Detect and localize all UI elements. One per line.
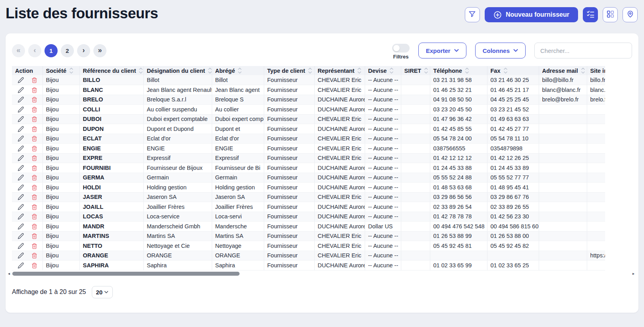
column-header-designation-du-client[interactable]: Désignation du client (143, 66, 212, 75)
pencil-icon[interactable] (17, 165, 24, 171)
sort-icon[interactable] (308, 68, 312, 74)
trash-icon[interactable] (31, 252, 37, 259)
trash-icon[interactable] (31, 96, 37, 103)
trash-icon[interactable] (31, 262, 37, 269)
cell-designation: Billot (143, 75, 212, 85)
pencil-icon[interactable] (17, 145, 24, 152)
cell-email (539, 261, 587, 271)
pencil-icon[interactable] (17, 204, 24, 210)
sort-icon[interactable] (358, 68, 361, 74)
column-header-societe[interactable]: Société (43, 66, 79, 75)
first-page-button[interactable]: « (12, 44, 25, 57)
last-page-button[interactable]: » (93, 44, 106, 57)
sort-icon[interactable] (70, 68, 73, 74)
pencil-icon[interactable] (17, 213, 24, 220)
trash-icon[interactable] (31, 126, 37, 132)
sort-icon[interactable] (465, 68, 469, 74)
new-supplier-button[interactable]: Nouveau fournisseur (485, 7, 578, 22)
trash-icon[interactable] (31, 184, 37, 191)
pencil-icon[interactable] (17, 194, 24, 200)
column-header-siret[interactable]: SIRET (401, 66, 430, 75)
column-header-type-de-client[interactable]: Type de client (264, 66, 314, 75)
page-button-1[interactable]: 1 (44, 44, 58, 57)
page-size-select[interactable]: 20 (92, 286, 113, 298)
sort-icon[interactable] (238, 68, 242, 74)
scroll-left-icon[interactable]: ◂ (8, 272, 10, 276)
column-header-representant[interactable]: Représentant (314, 66, 365, 75)
cell-telephone: 01 48 53 63 68 (430, 183, 487, 193)
column-header-telephone[interactable]: Téléphone (430, 66, 487, 75)
pencil-icon[interactable] (17, 77, 24, 84)
pencil-icon[interactable] (17, 106, 24, 113)
trash-icon[interactable] (31, 194, 37, 200)
pencil-icon[interactable] (17, 174, 24, 181)
sort-icon[interactable] (581, 68, 585, 74)
pencil-icon[interactable] (17, 116, 24, 123)
sort-icon[interactable] (208, 68, 212, 74)
pencil-icon[interactable] (17, 135, 24, 142)
cell-action (12, 114, 43, 124)
filter-button[interactable] (465, 7, 480, 22)
list-view-button[interactable] (583, 7, 598, 22)
cell-reference: EXPRE (79, 153, 143, 163)
trash-icon[interactable] (31, 204, 37, 210)
column-header-devise[interactable]: Devise (365, 66, 401, 75)
trash-icon[interactable] (31, 243, 37, 249)
prev-page-icon: ‹ (34, 47, 36, 54)
pencil-icon[interactable] (17, 87, 24, 93)
pencil-icon[interactable] (17, 96, 24, 103)
pencil-icon[interactable] (17, 252, 24, 259)
prev-page-button[interactable]: ‹ (28, 44, 41, 57)
trash-icon[interactable] (31, 145, 37, 152)
cell-type: Fournisseur (264, 183, 314, 193)
column-header-abrege[interactable]: Abrégé (212, 66, 264, 75)
filters-toggle[interactable] (392, 44, 410, 53)
pencil-icon[interactable] (17, 126, 24, 132)
sort-icon[interactable] (504, 68, 507, 74)
trash-icon[interactable] (31, 213, 37, 220)
scroll-right-icon[interactable]: ▸ (632, 272, 634, 276)
pencil-icon[interactable] (17, 262, 24, 269)
scrollbar-thumb[interactable] (12, 272, 240, 276)
search-input[interactable] (534, 43, 632, 58)
horizontal-scrollbar[interactable]: ◂ ▸ (8, 271, 634, 276)
cell-type: Fournisseur (264, 134, 314, 144)
cell-fax: 00 494 586 815 60 (487, 222, 539, 232)
trash-icon[interactable] (31, 135, 37, 142)
trash-icon[interactable] (31, 87, 37, 93)
trash-icon[interactable] (31, 155, 37, 162)
page-button-2[interactable]: 2 (61, 44, 74, 57)
sort-icon[interactable] (390, 68, 393, 74)
pencil-icon[interactable] (17, 155, 24, 162)
trash-icon[interactable] (31, 233, 37, 239)
pencil-icon[interactable] (17, 243, 24, 249)
trash-icon[interactable] (31, 165, 37, 171)
cell-representant: DUCHAINE Aurore (314, 261, 365, 271)
suppliers-table: ActionSociétéRéférence du clientDésignat… (12, 66, 605, 271)
sort-icon[interactable] (139, 68, 143, 74)
column-header-adresse-mail[interactable]: Adresse mail (539, 66, 587, 75)
cell-devise: -- Aucune -- (365, 231, 401, 241)
trash-icon[interactable] (31, 77, 37, 84)
next-page-button[interactable]: › (77, 44, 90, 57)
cell-siret (401, 173, 430, 183)
cell-societe: Bijou (43, 153, 79, 163)
map-view-button[interactable] (623, 7, 638, 22)
cell-abrege: Expressif (212, 153, 264, 163)
pencil-icon[interactable] (17, 233, 24, 239)
scrollbar-track[interactable] (12, 272, 631, 276)
column-header-reference-du-client[interactable]: Référence du client (79, 66, 143, 75)
pencil-icon[interactable] (17, 184, 24, 191)
column-header-site-internet[interactable]: Site internet (587, 66, 605, 75)
cell-telephone: 04 91 08 50 50 (430, 95, 487, 105)
pencil-icon[interactable] (17, 223, 24, 230)
export-button[interactable]: Exporter (418, 43, 466, 58)
column-header-fax[interactable]: Fax (487, 66, 539, 75)
trash-icon[interactable] (31, 116, 37, 123)
trash-icon[interactable] (31, 223, 37, 230)
trash-icon[interactable] (31, 174, 37, 181)
trash-icon[interactable] (31, 106, 37, 113)
columns-button[interactable]: Colonnes (475, 43, 526, 58)
sort-icon[interactable] (424, 68, 428, 74)
grid-view-button[interactable] (603, 7, 618, 22)
